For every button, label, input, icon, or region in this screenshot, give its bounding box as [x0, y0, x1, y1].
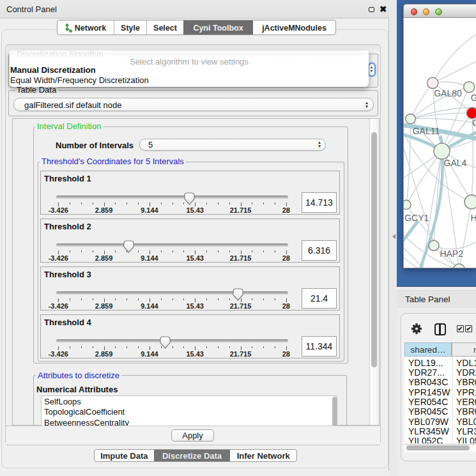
svg-text:GA: GA — [471, 93, 476, 103]
svg-text:GAL80: GAL80 — [434, 88, 462, 98]
svg-text:GCY1: GCY1 — [404, 213, 429, 223]
svg-text:GAL4: GAL4 — [444, 158, 467, 168]
svg-text:GAL11: GAL11 — [413, 126, 440, 136]
svg-text:CY: CY — [472, 118, 476, 128]
svg-text:HI: HI — [471, 213, 476, 223]
svg-text:HAP2: HAP2 — [440, 249, 463, 259]
